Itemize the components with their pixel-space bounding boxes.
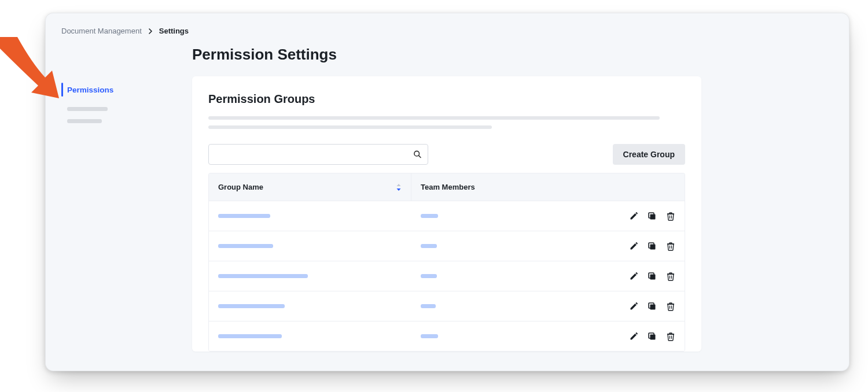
sidebar-item-placeholder[interactable]: [67, 119, 102, 123]
svg-rect-2: [650, 214, 656, 219]
section-title: Permission Groups: [208, 93, 685, 106]
placeholder-text: [421, 244, 437, 248]
search-icon: [413, 150, 422, 159]
sidebar: Permissions: [61, 46, 183, 361]
trash-icon: [666, 302, 675, 311]
edit-icon: [629, 212, 638, 221]
table-row: [209, 261, 685, 291]
trash-icon: [666, 332, 675, 341]
app-window: Document Management Settings Permissions…: [45, 13, 849, 371]
trash-icon: [666, 242, 675, 251]
delete-button[interactable]: [666, 212, 675, 221]
search-field[interactable]: [209, 145, 428, 164]
page-title: Permission Settings: [192, 46, 833, 64]
edit-button[interactable]: [629, 272, 638, 281]
svg-rect-6: [650, 244, 656, 249]
cell-actions: [594, 302, 675, 311]
sidebar-item-permissions[interactable]: Permissions: [61, 80, 183, 99]
cell-group-name[interactable]: [218, 334, 421, 338]
trash-icon: [666, 272, 675, 281]
placeholder-text: [218, 334, 282, 338]
table-row: [209, 321, 685, 352]
cell-team-members: [421, 304, 594, 308]
duplicate-button[interactable]: [648, 242, 657, 251]
placeholder-text: [421, 334, 438, 338]
table-row: [209, 201, 685, 231]
placeholder-text: [421, 274, 437, 278]
edit-button[interactable]: [629, 212, 638, 221]
cell-group-name[interactable]: [218, 244, 421, 248]
cell-actions: [594, 212, 675, 221]
delete-button[interactable]: [666, 332, 675, 341]
placeholder-text: [421, 214, 438, 218]
breadcrumb: Document Management Settings: [61, 27, 833, 35]
edit-button[interactable]: [629, 302, 638, 311]
table-header: Group Name Team Members: [209, 173, 685, 201]
cell-team-members: [421, 214, 594, 218]
svg-line-1: [419, 156, 421, 157]
column-label: Group Name: [218, 183, 263, 191]
cell-team-members: [421, 334, 594, 338]
trash-icon: [666, 212, 675, 221]
sort-icon: [396, 183, 402, 191]
cell-group-name[interactable]: [218, 214, 421, 218]
edit-button[interactable]: [629, 332, 638, 341]
edit-button[interactable]: [629, 242, 638, 251]
table-row: [209, 231, 685, 261]
column-group-name[interactable]: Group Name: [209, 173, 411, 201]
copy-icon: [648, 272, 657, 281]
main-content: Permission Settings Permission Groups Cr…: [183, 46, 833, 361]
groups-table: Group Name Team Members: [208, 173, 685, 352]
sidebar-item-label: Permissions: [67, 86, 113, 94]
cell-group-name[interactable]: [218, 274, 421, 278]
svg-rect-18: [650, 334, 656, 339]
permission-groups-card: Permission Groups Create Group: [192, 76, 701, 352]
create-group-button[interactable]: Create Group: [613, 144, 685, 165]
edit-icon: [629, 272, 638, 281]
placeholder-text: [218, 274, 308, 278]
svg-rect-14: [650, 304, 656, 309]
delete-button[interactable]: [666, 302, 675, 311]
cell-team-members: [421, 274, 594, 278]
cell-group-name[interactable]: [218, 304, 421, 308]
placeholder-text: [421, 304, 436, 308]
breadcrumb-current: Settings: [159, 27, 189, 35]
svg-rect-10: [650, 274, 656, 279]
column-label: Team Members: [421, 183, 475, 191]
duplicate-button[interactable]: [648, 212, 657, 221]
cell-actions: [594, 332, 675, 341]
edit-icon: [629, 332, 638, 341]
table-row: [209, 291, 685, 321]
edit-icon: [629, 242, 638, 251]
search-input[interactable]: [208, 144, 428, 165]
placeholder-text: [218, 244, 273, 248]
duplicate-button[interactable]: [648, 302, 657, 311]
cell-team-members: [421, 244, 594, 248]
duplicate-button[interactable]: [648, 332, 657, 341]
delete-button[interactable]: [666, 272, 675, 281]
copy-icon: [648, 302, 657, 311]
breadcrumb-root[interactable]: Document Management: [61, 27, 142, 35]
description-placeholder: [208, 116, 660, 120]
placeholder-text: [218, 214, 270, 218]
cell-actions: [594, 242, 675, 251]
sidebar-item-placeholder[interactable]: [67, 107, 108, 111]
delete-button[interactable]: [666, 242, 675, 251]
edit-icon: [629, 302, 638, 311]
column-team-members[interactable]: Team Members: [411, 183, 585, 191]
duplicate-button[interactable]: [648, 272, 657, 281]
copy-icon: [648, 212, 657, 221]
cell-actions: [594, 272, 675, 281]
chevron-right-icon: [148, 28, 153, 34]
copy-icon: [648, 242, 657, 251]
description-placeholder: [208, 125, 492, 129]
copy-icon: [648, 332, 657, 341]
placeholder-text: [218, 304, 285, 308]
